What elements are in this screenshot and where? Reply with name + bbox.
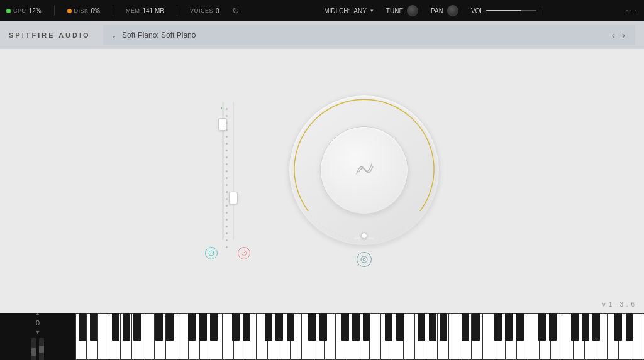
preset-bar[interactable]: ⌄ Soft Piano: Soft Piano ‹ › xyxy=(103,25,635,45)
pan-knob[interactable] xyxy=(447,5,458,16)
fader-2-thumb xyxy=(39,346,44,353)
white-key-19[interactable] xyxy=(291,313,302,360)
white-key-33[interactable] xyxy=(449,313,460,360)
voices-value: 0 xyxy=(216,8,219,14)
expression-dots xyxy=(226,108,228,248)
white-key-32[interactable] xyxy=(438,313,449,360)
white-key-7[interactable] xyxy=(155,313,166,360)
svg-point-2 xyxy=(361,256,367,263)
knob-logo xyxy=(352,156,377,185)
voices-stat: VOICES 0 xyxy=(190,8,219,14)
fader-1[interactable] xyxy=(31,338,36,361)
white-key-44[interactable] xyxy=(574,313,585,360)
knob-settings-icon[interactable] xyxy=(357,252,372,267)
top-bar: CPU 12% DISK 0% MEM 141 MB VOICES 0 ↻ MI… xyxy=(0,0,644,21)
expression-svg xyxy=(208,249,215,257)
white-key-30[interactable] xyxy=(415,313,426,360)
white-key-38[interactable] xyxy=(506,313,517,360)
expression-icon[interactable] xyxy=(204,246,218,260)
mem-value: 141 MB xyxy=(143,8,164,14)
dot-13 xyxy=(226,191,228,193)
white-key-18[interactable] xyxy=(279,313,291,360)
white-key-43[interactable] xyxy=(562,313,574,360)
white-key-25[interactable] xyxy=(358,313,370,360)
knob-bottom-icon[interactable] xyxy=(357,252,372,267)
white-key-15[interactable] xyxy=(245,313,257,360)
white-key-12[interactable] xyxy=(211,313,223,360)
dynamics-icon[interactable] xyxy=(237,246,251,260)
cpu-label: CPU xyxy=(13,8,26,14)
big-knob-inner[interactable] xyxy=(320,126,408,214)
dot-9 xyxy=(226,163,228,165)
white-key-0[interactable] xyxy=(75,313,87,360)
white-key-11[interactable] xyxy=(200,313,211,360)
white-key-6[interactable] xyxy=(143,313,155,360)
white-key-10[interactable] xyxy=(189,313,200,360)
pan-group: PAN xyxy=(431,5,458,16)
preset-prev-button[interactable]: ‹ xyxy=(609,30,618,40)
white-key-9[interactable] xyxy=(177,313,189,360)
expression-slider[interactable] xyxy=(222,102,224,240)
white-key-40[interactable] xyxy=(528,313,540,360)
white-key-49[interactable] xyxy=(630,313,641,360)
dynamics-slider[interactable] xyxy=(233,102,234,240)
white-key-23[interactable] xyxy=(336,313,347,360)
white-key-48[interactable] xyxy=(619,313,630,360)
white-key-21[interactable] xyxy=(313,313,325,360)
tune-knob[interactable] xyxy=(407,5,418,16)
white-key-8[interactable] xyxy=(166,313,177,360)
white-key-28[interactable] xyxy=(392,313,404,360)
white-key-39[interactable] xyxy=(517,313,528,360)
version-text: v 1 . 3 . 6 xyxy=(602,301,635,308)
white-key-46[interactable] xyxy=(596,313,608,360)
white-key-37[interactable] xyxy=(494,313,506,360)
vol-track[interactable] xyxy=(486,10,536,11)
white-key-27[interactable] xyxy=(381,313,392,360)
dot-11 xyxy=(226,177,228,179)
white-key-26[interactable] xyxy=(370,313,381,360)
white-key-2[interactable] xyxy=(98,313,109,360)
white-key-31[interactable] xyxy=(426,313,438,360)
dot-17 xyxy=(226,219,228,221)
white-key-36[interactable] xyxy=(483,313,494,360)
white-key-16[interactable] xyxy=(257,313,268,360)
white-key-29[interactable] xyxy=(404,313,415,360)
midi-ch-label: MIDI CH: xyxy=(324,8,350,14)
white-key-35[interactable] xyxy=(472,313,483,360)
preset-chevron-icon[interactable]: ⌄ xyxy=(111,31,117,40)
top-bar-right: ··· xyxy=(626,5,638,16)
white-key-1[interactable] xyxy=(87,313,98,360)
fader-2[interactable] xyxy=(39,338,44,361)
more-options-button[interactable]: ··· xyxy=(626,5,638,16)
white-key-22[interactable] xyxy=(325,313,336,360)
separator-2 xyxy=(113,6,113,16)
preset-next-button[interactable]: › xyxy=(619,30,628,40)
white-key-20[interactable] xyxy=(302,313,313,360)
main-content: SPITFIRE AUDIO ⌄ Soft Piano: Soft Piano … xyxy=(0,21,644,313)
refresh-button[interactable]: ↻ xyxy=(232,6,240,16)
white-key-14[interactable] xyxy=(234,313,245,360)
white-key-42[interactable] xyxy=(551,313,562,360)
big-knob-outer[interactable] xyxy=(289,95,440,246)
white-key-50[interactable] xyxy=(641,313,644,360)
white-key-41[interactable] xyxy=(540,313,551,360)
octave-down-button[interactable]: ▼ xyxy=(35,329,41,335)
white-key-34[interactable] xyxy=(460,313,472,360)
white-key-5[interactable] xyxy=(132,313,143,360)
white-key-24[interactable] xyxy=(347,313,358,360)
white-key-13[interactable] xyxy=(223,313,234,360)
white-key-3[interactable] xyxy=(109,313,121,360)
disk-dot xyxy=(67,9,72,13)
preset-navigation: ‹ › xyxy=(609,30,628,40)
white-key-17[interactable] xyxy=(268,313,279,360)
white-key-45[interactable] xyxy=(585,313,596,360)
dynamics-thumb[interactable] xyxy=(229,192,238,204)
big-knob-area xyxy=(289,95,440,267)
slider-icons xyxy=(204,246,251,260)
octave-value: 0 xyxy=(36,319,40,327)
white-key-4[interactable] xyxy=(121,313,132,360)
dot-4 xyxy=(226,129,228,131)
midi-ch-dropdown-icon[interactable]: ▾ xyxy=(370,8,374,14)
white-key-47[interactable] xyxy=(608,313,619,360)
piano-keyboard[interactable] xyxy=(75,313,644,360)
